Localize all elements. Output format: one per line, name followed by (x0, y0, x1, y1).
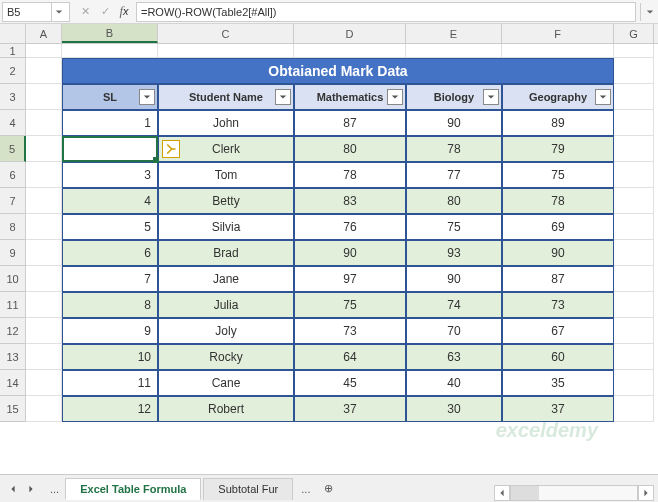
row-header-3[interactable]: 3 (0, 84, 26, 110)
tab-overflow-left[interactable]: ... (44, 483, 65, 495)
cell[interactable] (26, 162, 62, 188)
tab-prev-icon[interactable] (4, 480, 22, 498)
table-cell-sl[interactable]: 12 (62, 396, 158, 422)
cell[interactable] (614, 136, 654, 162)
table-cell-sl[interactable]: 3 (62, 162, 158, 188)
filter-icon[interactable] (139, 89, 155, 105)
autofill-smarttag-icon[interactable] (162, 140, 180, 158)
table-cell-name[interactable]: Jane (158, 266, 294, 292)
formula-input[interactable]: =ROW()-ROW(Table2[#All]) (136, 2, 636, 22)
table-cell-bio[interactable]: 63 (406, 344, 502, 370)
filter-icon[interactable] (595, 89, 611, 105)
table-cell-geo[interactable]: 35 (502, 370, 614, 396)
table-cell-bio[interactable]: 90 (406, 266, 502, 292)
cell[interactable] (26, 266, 62, 292)
add-sheet-icon[interactable]: ⊕ (316, 482, 340, 495)
row-header[interactable]: 6 (0, 162, 26, 188)
table-cell-geo[interactable]: 90 (502, 240, 614, 266)
cell[interactable] (26, 318, 62, 344)
table-cell-geo[interactable]: 60 (502, 344, 614, 370)
cell[interactable] (614, 214, 654, 240)
table-cell-name[interactable]: Brad (158, 240, 294, 266)
table-cell-math[interactable]: 80 (294, 136, 406, 162)
row-header-2[interactable]: 2 (0, 58, 26, 84)
table-cell-bio[interactable]: 30 (406, 396, 502, 422)
expand-formula-icon[interactable] (640, 3, 658, 21)
table-cell-name[interactable]: Robert (158, 396, 294, 422)
cell[interactable] (26, 292, 62, 318)
cell[interactable] (614, 84, 654, 110)
scroll-right-icon[interactable] (638, 485, 654, 501)
tab-active[interactable]: Excel Table Formula (65, 478, 201, 500)
header-bio[interactable]: Biology (406, 84, 502, 110)
table-cell-geo[interactable]: 67 (502, 318, 614, 344)
table-cell-bio[interactable]: 93 (406, 240, 502, 266)
cell[interactable] (26, 240, 62, 266)
table-cell-bio[interactable]: 74 (406, 292, 502, 318)
table-cell-math[interactable]: 64 (294, 344, 406, 370)
table-cell-sl[interactable]: 6 (62, 240, 158, 266)
table-cell-geo[interactable]: 87 (502, 266, 614, 292)
col-header-F[interactable]: F (502, 24, 614, 43)
table-cell-name[interactable]: Silvia (158, 214, 294, 240)
cell[interactable] (26, 136, 62, 162)
table-cell-sl[interactable]: 9 (62, 318, 158, 344)
name-box-dropdown[interactable] (51, 3, 65, 21)
filter-icon[interactable] (387, 89, 403, 105)
filter-icon[interactable] (275, 89, 291, 105)
table-cell-name[interactable]: Tom (158, 162, 294, 188)
table-cell-math[interactable]: 73 (294, 318, 406, 344)
table-cell-geo[interactable]: 73 (502, 292, 614, 318)
fx-icon[interactable]: fx (116, 3, 132, 19)
table-cell-bio[interactable]: 70 (406, 318, 502, 344)
row-header-1[interactable]: 1 (0, 44, 26, 58)
cell[interactable] (614, 396, 654, 422)
row-header[interactable]: 10 (0, 266, 26, 292)
scroll-left-icon[interactable] (494, 485, 510, 501)
cell[interactable] (614, 58, 654, 84)
scroll-thumb[interactable] (511, 486, 539, 500)
cell[interactable] (294, 44, 406, 58)
table-cell-geo[interactable]: 89 (502, 110, 614, 136)
select-all-corner[interactable] (0, 24, 26, 43)
row-header[interactable]: 12 (0, 318, 26, 344)
tab-next-icon[interactable] (22, 480, 40, 498)
cell[interactable] (614, 292, 654, 318)
row-header[interactable]: 11 (0, 292, 26, 318)
cell[interactable] (614, 266, 654, 292)
cell[interactable] (26, 370, 62, 396)
table-cell-geo[interactable]: 79 (502, 136, 614, 162)
cell[interactable] (62, 44, 158, 58)
table-cell-sl[interactable]: 2 (62, 136, 158, 162)
tab-other[interactable]: Subtotal Fur (203, 478, 293, 500)
table-cell-bio[interactable]: 80 (406, 188, 502, 214)
cell[interactable] (158, 44, 294, 58)
cell[interactable] (614, 188, 654, 214)
row-header[interactable]: 15 (0, 396, 26, 422)
table-cell-math[interactable]: 97 (294, 266, 406, 292)
row-header[interactable]: 9 (0, 240, 26, 266)
cell[interactable] (26, 214, 62, 240)
col-header-E[interactable]: E (406, 24, 502, 43)
name-box[interactable]: B5 (2, 2, 70, 22)
cell[interactable] (502, 44, 614, 58)
row-header[interactable]: 13 (0, 344, 26, 370)
table-cell-math[interactable]: 37 (294, 396, 406, 422)
table-cell-sl[interactable]: 11 (62, 370, 158, 396)
col-header-B[interactable]: B (62, 24, 158, 43)
cell[interactable] (26, 396, 62, 422)
table-cell-name[interactable]: Betty (158, 188, 294, 214)
table-cell-name[interactable]: Joly (158, 318, 294, 344)
cell[interactable] (26, 110, 62, 136)
cell[interactable] (614, 162, 654, 188)
table-cell-geo[interactable]: 37 (502, 396, 614, 422)
horizontal-scrollbar[interactable] (494, 484, 654, 502)
table-cell-math[interactable]: 45 (294, 370, 406, 396)
cell[interactable] (614, 240, 654, 266)
table-cell-math[interactable]: 78 (294, 162, 406, 188)
table-cell-geo[interactable]: 78 (502, 188, 614, 214)
header-math[interactable]: Mathematics (294, 84, 406, 110)
table-cell-name[interactable]: Rocky (158, 344, 294, 370)
table-cell-math[interactable]: 87 (294, 110, 406, 136)
table-cell-sl[interactable]: 7 (62, 266, 158, 292)
